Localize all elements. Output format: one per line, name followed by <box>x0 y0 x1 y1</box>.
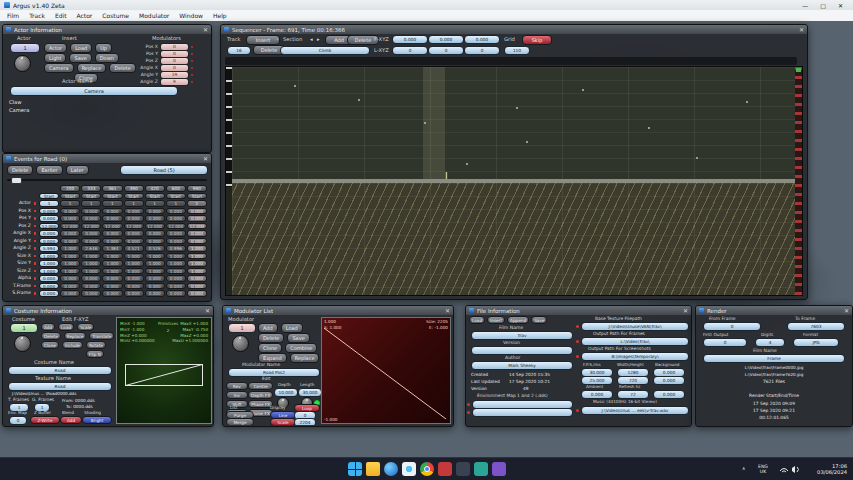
close-icon[interactable]: ✕ <box>799 25 804 34</box>
edit-button-inv[interactable]: Inv <box>226 391 248 399</box>
event-cell[interactable]: 0.000 <box>39 238 59 245</box>
event-cell[interactable]: 0.000 <box>102 208 122 215</box>
timeline-canvas[interactable]: I <box>225 66 803 296</box>
modulator-button-add[interactable]: Add <box>258 323 278 333</box>
menu-item-costume[interactable]: Costume <box>102 12 129 19</box>
from-frame-field[interactable]: 0 <box>703 322 761 331</box>
event-cell[interactable]: 1.000 <box>81 260 101 267</box>
event-cell[interactable]: 0.000 <box>39 215 59 222</box>
event-cell[interactable]: 1.000 <box>39 260 59 267</box>
event-cell[interactable]: 12.000 <box>81 223 101 230</box>
event-cell[interactable]: 0.000 <box>81 208 101 215</box>
event-cell[interactable]: 0.000 <box>166 275 186 282</box>
event-cell[interactable]: 0.000 <box>124 230 144 237</box>
app-titlebar[interactable]: Argus v1.40 Zeta — ▢ ✕ <box>0 0 853 10</box>
event-cell[interactable]: 1.000 <box>166 268 186 275</box>
actor-button-light[interactable]: Light <box>44 53 66 63</box>
event-cell[interactable]: 0.000 <box>124 215 144 222</box>
event-cell[interactable]: 1.000 <box>187 253 207 260</box>
event-cell[interactable]: 0.000 <box>187 208 207 215</box>
event-cell[interactable]: 1.000 <box>60 268 80 275</box>
panel-titlebar[interactable]: Modulator List ✕ <box>223 306 453 315</box>
folder-icon[interactable] <box>366 462 380 476</box>
actor-number-field[interactable]: 1 <box>10 43 40 53</box>
frames-path-field[interactable]: L:\Video\Trav\ <box>581 337 689 346</box>
menu-item-actor[interactable]: Actor <box>77 12 93 19</box>
edit-fx-button-centre[interactable]: Centre <box>248 382 273 390</box>
event-cell[interactable]: 12.000 <box>166 223 186 230</box>
event-cell[interactable]: 0.000 <box>145 283 165 290</box>
event-cell[interactable]: 1 <box>124 200 144 207</box>
event-cell[interactable]: 0.000 <box>60 230 80 237</box>
event-cell[interactable]: 0.000 <box>145 230 165 237</box>
section-name-field[interactable]: Climb <box>280 46 370 55</box>
base-texture-field[interactable]: J:\Video\Unuse\VAN\Trav\ <box>581 322 689 331</box>
event-cell[interactable]: 0.000 <box>124 290 144 297</box>
modulator-button-replace[interactable]: Replace <box>290 353 320 363</box>
timeline-scrollbar[interactable] <box>795 67 802 295</box>
event-cell[interactable]: 0.000 <box>102 238 122 245</box>
skip-button[interactable]: Skip <box>522 35 552 45</box>
event-cell[interactable]: 0.000 <box>145 215 165 222</box>
costume-name-field[interactable]: Road <box>8 366 112 375</box>
panel-titlebar[interactable]: Actor Information ✕ <box>3 25 211 34</box>
event-frame-header[interactable]: 990 <box>187 185 207 192</box>
event-cell[interactable]: 1 <box>145 200 165 207</box>
refresh-field[interactable]: 72 <box>617 390 649 399</box>
event-cell[interactable]: 0.000 <box>187 230 207 237</box>
event-cell[interactable]: 0.000 <box>145 290 165 297</box>
menu-item-modulator[interactable]: Modulator <box>139 12 169 19</box>
event-cell[interactable]: 0.000 <box>102 283 122 290</box>
event-cell[interactable]: 0.000 <box>102 275 122 282</box>
to-frame-field[interactable]: 7603 <box>787 322 845 331</box>
fxyz-x-field[interactable]: 0.000 <box>392 35 428 44</box>
actor-button-camera[interactable]: Camera <box>44 63 74 73</box>
event-cell[interactable]: 1.000 <box>124 260 144 267</box>
app-dark-icon[interactable] <box>456 462 470 476</box>
event-cell[interactable]: 0.000 <box>102 290 122 297</box>
event-cell[interactable]: 0.000 <box>124 275 144 282</box>
event-start-button[interactable]: Start <box>60 193 80 200</box>
event-cell[interactable]: 0.000 <box>124 238 144 245</box>
event-cell[interactable]: 0.000 <box>39 290 59 297</box>
event-cell[interactable]: 0.000 <box>102 215 122 222</box>
costume-button-add[interactable]: Add <box>41 323 55 331</box>
modulator-graph[interactable]: 1.000 S: 1.000 Size: 2205 E: -1.000 -1.0… <box>321 317 451 424</box>
event-cell[interactable]: 0.000 <box>81 215 101 222</box>
event-start-button[interactable]: Start <box>102 193 122 200</box>
costume-button-delete[interactable]: Delete <box>41 332 61 340</box>
event-cell[interactable]: 1.000 <box>145 268 165 275</box>
file-button-save[interactable]: Save <box>531 316 547 324</box>
event-cell[interactable]: 0.000 <box>166 238 186 245</box>
merge-button[interactable]: Merge <box>226 418 254 425</box>
texture-name-field[interactable]: Road <box>8 382 112 391</box>
events-scroll-thumb[interactable] <box>11 177 22 184</box>
z-write-button[interactable]: Z-Write <box>30 416 60 424</box>
costume-button-flip-n[interactable]: Flip N <box>86 350 104 358</box>
digits-field[interactable]: 4 <box>755 338 785 347</box>
actor-button-replace[interactable]: Replace <box>77 63 107 73</box>
actor-button-save[interactable]: Save <box>69 53 91 63</box>
costume-selector[interactable]: Road (5) <box>120 165 208 175</box>
event-cell[interactable]: 1 <box>187 200 207 207</box>
event-cell[interactable]: 5.994 <box>39 245 59 252</box>
bg-g-field[interactable]: 0.000 <box>653 376 685 385</box>
event-cell[interactable]: 1.000 <box>102 260 122 267</box>
app-purple-icon[interactable] <box>492 462 506 476</box>
start-icon[interactable] <box>348 462 362 476</box>
fxyz-z-field[interactable]: 0.000 <box>464 35 500 44</box>
actor-list-item-claw[interactable]: Claw <box>9 98 29 106</box>
event-cell[interactable]: 1.000 <box>39 253 59 260</box>
envmap-field-2[interactable] <box>472 408 573 417</box>
event-cell[interactable]: 12.000 <box>39 223 59 230</box>
lxyz-y-field[interactable]: 0 <box>428 46 464 55</box>
event-cell[interactable]: 0.000 <box>166 208 186 215</box>
scale-button[interactable]: Scale <box>270 418 296 425</box>
event-cell[interactable]: 2.646 <box>81 245 101 252</box>
close-icon[interactable]: ✕ <box>844 306 849 315</box>
event-cell[interactable]: 1 <box>39 200 59 207</box>
bg-b-field[interactable]: 0.000 <box>653 390 685 399</box>
modulator-button-save[interactable]: Save <box>287 333 309 343</box>
event-cell[interactable]: 1.000 <box>39 268 59 275</box>
costume-knob[interactable] <box>14 335 31 352</box>
